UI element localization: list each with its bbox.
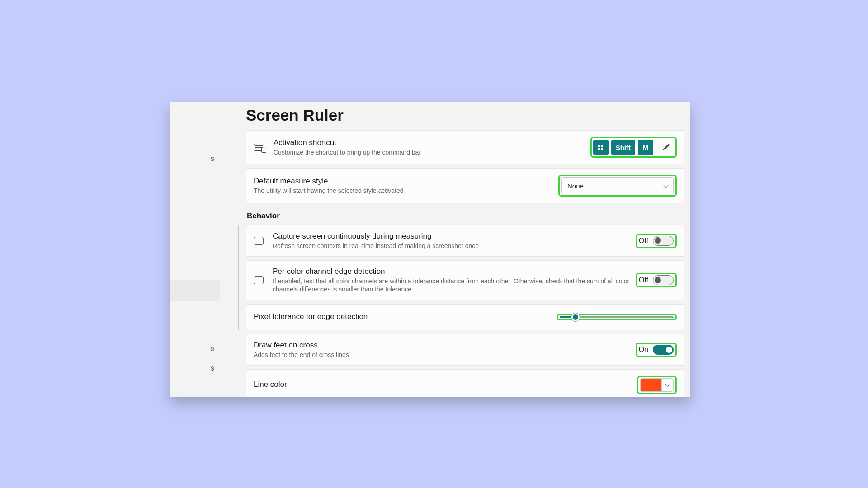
chevron-down-icon [665, 382, 670, 387]
sidebar-fragment: s e s [170, 102, 220, 397]
color-dropdown-button[interactable] [661, 379, 673, 391]
setting-default-measure-style: Default measure style The utility will s… [246, 168, 684, 203]
draw-feet-toggle[interactable] [653, 345, 674, 355]
setting-pixel-tolerance: Pixel tolerance for edge detection [246, 304, 684, 330]
highlight-box: Shift M [590, 137, 677, 158]
chevron-down-icon [663, 183, 668, 188]
setting-title: Activation shortcut [274, 138, 590, 147]
behavior-group: Capture screen continuously during measu… [238, 225, 684, 330]
setting-capture-continuous: Capture screen continuously during measu… [246, 225, 684, 257]
checkbox-icon [254, 237, 264, 245]
setting-subtitle: The utility will start having the select… [254, 187, 558, 195]
keyboard-icon [254, 143, 265, 152]
highlight-box: None [558, 175, 677, 197]
section-header-behavior: Behavior [247, 211, 684, 221]
tolerance-slider[interactable] [560, 316, 674, 318]
highlight-box: On [636, 343, 677, 357]
sidebar-text-clip: s [211, 155, 214, 163]
setting-subtitle: If enabled, test that all color channels… [273, 277, 636, 293]
highlight-box: Off [636, 273, 677, 287]
setting-activation-shortcut: Activation shortcut Customize the shortc… [246, 130, 684, 164]
color-swatch [641, 379, 661, 391]
shortcut-key-shift: Shift [611, 140, 635, 155]
shortcut-key-m: M [638, 140, 653, 155]
sidebar-text-clip: e [210, 345, 214, 353]
content-area: Activation shortcut Customize the shortc… [246, 130, 684, 397]
edit-shortcut-button[interactable] [659, 140, 674, 155]
setting-draw-feet: Draw feet on cross Adds feet to the end … [246, 334, 684, 366]
setting-title: Line color [254, 380, 637, 389]
setting-subtitle: Refresh screen contexts in real-time ins… [273, 242, 636, 250]
sidebar-text-clip: s [211, 364, 214, 372]
page-title: Screen Ruler [246, 106, 344, 124]
toggle-label: On [639, 346, 648, 354]
checkbox-icon [254, 276, 264, 284]
color-channel-toggle[interactable] [653, 275, 674, 285]
highlight-box [637, 376, 677, 394]
setting-subtitle: Adds feet to the end of cross lines [254, 351, 636, 359]
setting-subtitle: Customize the shortcut to bring up the c… [274, 148, 590, 156]
shortcut-key-win [593, 140, 609, 155]
toggle-label: Off [639, 276, 648, 284]
highlight-box [557, 314, 677, 320]
line-color-picker[interactable] [640, 378, 674, 392]
setting-title: Per color channel edge detection [273, 267, 636, 276]
measure-style-dropdown[interactable]: None [561, 177, 674, 194]
setting-line-color: Line color [246, 369, 684, 397]
setting-title: Capture screen continuously during measu… [273, 232, 636, 241]
settings-window: s e s Screen Ruler Activation shortcut C… [170, 102, 690, 397]
toggle-label: Off [639, 237, 648, 245]
pencil-icon [663, 144, 670, 151]
sidebar-selected-item[interactable] [170, 280, 220, 301]
setting-title: Pixel tolerance for edge detection [254, 312, 557, 321]
setting-color-channel-edge: Per color channel edge detection If enab… [246, 260, 684, 300]
setting-title: Default measure style [254, 177, 558, 186]
dropdown-value: None [567, 182, 584, 190]
highlight-box: Off [636, 234, 677, 248]
setting-title: Draw feet on cross [254, 341, 636, 350]
slider-thumb[interactable] [571, 313, 580, 321]
capture-toggle[interactable] [653, 236, 674, 246]
